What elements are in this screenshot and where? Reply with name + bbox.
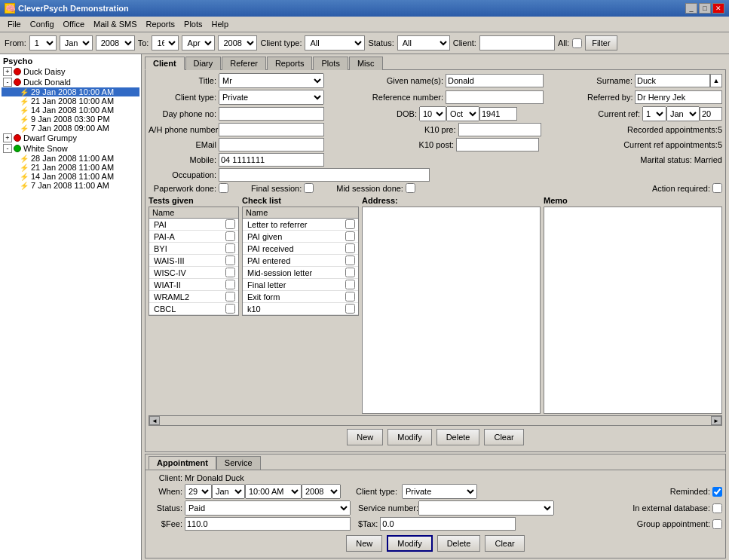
dob-year-input[interactable] bbox=[479, 107, 517, 121]
tab-diary[interactable]: Diary bbox=[185, 57, 222, 70]
paperwork-checkbox[interactable] bbox=[219, 183, 228, 193]
appt-donald-5[interactable]: ⚡ 7 Jan 2008 09:00 AM bbox=[2, 124, 139, 133]
k10-pre-input[interactable] bbox=[458, 123, 541, 136]
checklist-scroll[interactable]: Letter to referrer PAI given PAI receive… bbox=[243, 219, 358, 315]
expand-white-snow[interactable]: - bbox=[3, 144, 12, 153]
check-pai-received[interactable] bbox=[345, 243, 355, 253]
check-exit-form[interactable] bbox=[345, 292, 355, 301]
tab-misc[interactable]: Misc bbox=[349, 57, 383, 70]
lower-delete-button[interactable]: Delete bbox=[437, 535, 481, 552]
action-required-checkbox[interactable] bbox=[712, 183, 722, 193]
check-letter-ref[interactable] bbox=[345, 219, 355, 229]
k10-post-input[interactable] bbox=[456, 138, 539, 151]
test-checkbox-wais[interactable] bbox=[225, 256, 235, 265]
tab-reports[interactable]: Reports bbox=[267, 57, 313, 70]
tests-list-scroll[interactable]: PAI PAI-A BYI WAIS-III WISC-IV WIAT-II W… bbox=[149, 219, 238, 315]
menu-reports[interactable]: Reports bbox=[142, 18, 180, 30]
to-year-select[interactable]: 2008 bbox=[218, 35, 257, 50]
tax-input[interactable] bbox=[380, 517, 516, 531]
upper-delete-button[interactable]: Delete bbox=[436, 429, 480, 445]
test-checkbox-pai[interactable] bbox=[225, 219, 235, 229]
tree-client-duck-donald[interactable]: - Duck Donald bbox=[2, 77, 139, 87]
when-time-select[interactable]: 10:00 AM bbox=[245, 484, 302, 499]
address-textarea[interactable] bbox=[362, 207, 541, 414]
tab-client[interactable]: Client bbox=[145, 57, 185, 70]
menu-plots[interactable]: Plots bbox=[179, 18, 207, 30]
day-phone-input[interactable] bbox=[219, 107, 324, 121]
to-day-select[interactable]: 16 bbox=[152, 35, 179, 50]
all-checkbox[interactable] bbox=[572, 38, 582, 48]
minimize-button[interactable]: _ bbox=[685, 3, 697, 14]
scroll-right-btn[interactable]: ► bbox=[711, 416, 721, 425]
tree-client-dwarf-grumpy[interactable]: + Dwarf Grumpy bbox=[2, 133, 139, 143]
check-final-letter[interactable] bbox=[345, 280, 355, 289]
lower-new-button[interactable]: New bbox=[346, 535, 382, 552]
tab-plots[interactable]: Plots bbox=[313, 57, 348, 70]
h-scrollbar[interactable]: ◄ ► bbox=[149, 415, 722, 426]
filter-button[interactable]: Filter bbox=[585, 35, 617, 50]
mid-session-checkbox[interactable] bbox=[406, 183, 415, 193]
appt-snow-4[interactable]: ⚡ 7 Jan 2008 11:00 AM bbox=[2, 181, 139, 190]
dob-month-select[interactable]: Oct bbox=[446, 106, 479, 121]
appt-donald-1[interactable]: ⚡ 29 Jan 2008 10:00 AM bbox=[2, 87, 139, 96]
client-type-form-select[interactable]: Private bbox=[219, 90, 324, 105]
reminded-checkbox[interactable] bbox=[712, 487, 722, 497]
menu-help[interactable]: Help bbox=[207, 18, 234, 30]
tree-client-white-snow[interactable]: - White Snow bbox=[2, 143, 139, 154]
status-select[interactable]: All bbox=[397, 35, 450, 50]
expand-dwarf-grumpy[interactable]: + bbox=[3, 133, 12, 142]
service-number-select[interactable] bbox=[418, 500, 554, 516]
test-checkbox-byi[interactable] bbox=[225, 243, 235, 253]
in-external-db-checkbox[interactable] bbox=[712, 503, 722, 513]
test-checkbox-wiat[interactable] bbox=[225, 280, 235, 289]
menu-office[interactable]: Office bbox=[59, 18, 90, 30]
appt-donald-2[interactable]: ⚡ 21 Jan 2008 10:00 AM bbox=[2, 96, 139, 106]
expand-duck-donald[interactable]: - bbox=[3, 78, 12, 87]
current-ref-year-input[interactable] bbox=[700, 107, 722, 121]
title-select[interactable]: MrMrsMsDr bbox=[219, 73, 324, 88]
to-month-select[interactable]: Apr bbox=[182, 35, 215, 50]
ref-number-input[interactable] bbox=[446, 90, 544, 104]
appt-donald-4[interactable]: ⚡ 9 Jan 2008 03:30 PM bbox=[2, 115, 139, 124]
memo-textarea[interactable] bbox=[544, 207, 722, 414]
referred-by-input[interactable] bbox=[635, 90, 722, 104]
upper-new-button[interactable]: New bbox=[347, 429, 383, 445]
appt-status-select[interactable]: Paid bbox=[185, 500, 351, 516]
maximize-button[interactable]: □ bbox=[699, 3, 711, 14]
mobile-input[interactable] bbox=[219, 153, 324, 167]
menu-mailsms[interactable]: Mail & SMS bbox=[89, 18, 141, 30]
tab-service[interactable]: Service bbox=[216, 456, 261, 470]
surname-input[interactable] bbox=[635, 74, 710, 87]
final-session-checkbox[interactable] bbox=[304, 183, 314, 193]
scroll-left-btn[interactable]: ◄ bbox=[149, 416, 160, 425]
surname-scroll-up[interactable]: ▲ bbox=[710, 74, 722, 87]
appt-snow-1[interactable]: ⚡ 28 Jan 2008 11:00 AM bbox=[2, 154, 139, 163]
lower-clear-button[interactable]: Clear bbox=[485, 535, 524, 552]
check-mid-session[interactable] bbox=[345, 268, 355, 277]
current-ref-num-select[interactable]: 1 bbox=[642, 106, 666, 121]
when-year-select[interactable]: 2008 bbox=[302, 484, 341, 499]
appt-client-type-select[interactable]: Private bbox=[402, 484, 477, 499]
test-checkbox-cbcl[interactable] bbox=[225, 304, 235, 314]
when-day-select[interactable]: 29 bbox=[185, 484, 212, 499]
email-input[interactable] bbox=[219, 138, 324, 151]
close-button[interactable]: ✕ bbox=[712, 3, 724, 14]
check-pai-entered[interactable] bbox=[345, 256, 355, 265]
appt-snow-2[interactable]: ⚡ 21 Jan 2008 11:00 AM bbox=[2, 163, 139, 172]
upper-modify-button[interactable]: Modify bbox=[387, 429, 431, 445]
from-year-select[interactable]: 2008 bbox=[96, 35, 135, 50]
appt-donald-3[interactable]: ⚡ 14 Jan 2008 10:00 AM bbox=[2, 106, 139, 115]
lower-modify-button[interactable]: Modify bbox=[387, 535, 432, 552]
expand-duck-daisy[interactable]: + bbox=[3, 67, 12, 76]
group-appt-checkbox[interactable] bbox=[712, 519, 722, 529]
upper-clear-button[interactable]: Clear bbox=[484, 429, 523, 445]
tab-referer[interactable]: Referer bbox=[222, 57, 266, 70]
check-pai-given[interactable] bbox=[345, 231, 355, 241]
when-month-select[interactable]: Jan bbox=[212, 484, 245, 499]
tree-client-duck-daisy[interactable]: + Duck Daisy bbox=[2, 66, 139, 77]
given-names-input[interactable] bbox=[446, 74, 544, 87]
tree-root[interactable]: Psycho bbox=[2, 56, 139, 66]
test-checkbox-pai-a[interactable] bbox=[225, 231, 235, 241]
dob-day-select[interactable]: 10 bbox=[419, 106, 446, 121]
client-input[interactable] bbox=[479, 35, 555, 50]
